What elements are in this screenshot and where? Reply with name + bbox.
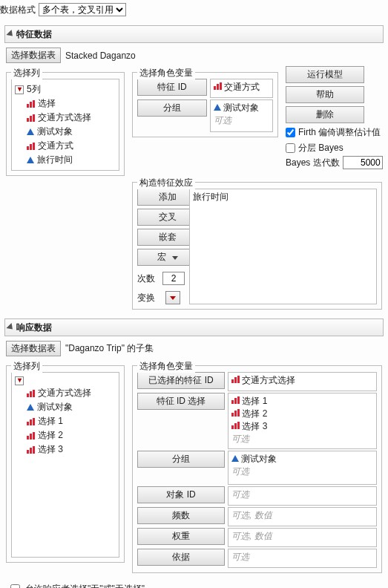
firth-checkbox[interactable]: [286, 128, 295, 137]
feature-id-button[interactable]: 特征 ID: [137, 79, 207, 96]
bars-icon: [27, 432, 35, 440]
run-model-button[interactable]: 运行模型: [286, 66, 364, 83]
triangle-icon: [231, 455, 239, 462]
feature-select-cols-frame: 选择列 ▾ 5列 选择交通方式选择测试对象交通方式旅行时间: [6, 72, 125, 176]
list-item[interactable]: 交通方式选择: [15, 386, 116, 400]
triangle-icon: [214, 104, 221, 111]
feature-section-title: 特征数据: [16, 28, 52, 41]
feature-select-table-button[interactable]: 选择数据表: [6, 48, 61, 63]
feature-section-header[interactable]: 特征数据: [4, 25, 384, 43]
feature-actions: 运行模型 帮助 删除: [286, 66, 382, 123]
feature-id-choice-button[interactable]: 特征 ID 选择: [137, 393, 225, 410]
bars-icon: [214, 82, 222, 90]
feature-select-cols-legend: 选择列: [11, 67, 42, 79]
feature-id-choice-values[interactable]: 选择 1 选择 2 选择 3 可选: [228, 393, 377, 449]
bayes-iter-input[interactable]: [343, 156, 383, 169]
response-cols-header[interactable]: ▾: [15, 376, 116, 386]
feature-table-name: Stacked Daganzo: [65, 50, 136, 61]
list-item[interactable]: 选择 3: [15, 442, 116, 457]
data-format-label: 数据格式: [0, 4, 36, 16]
list-item[interactable]: 选择: [15, 97, 116, 111]
by-value[interactable]: 可选: [228, 549, 377, 568]
transform-dropdown[interactable]: [165, 291, 180, 304]
list-item[interactable]: 测试对象: [15, 400, 116, 414]
transform-label: 变换: [137, 292, 161, 304]
selected-feature-id-value[interactable]: 交通方式选择: [228, 372, 377, 391]
bars-icon: [231, 409, 240, 416]
triangle-icon: [27, 128, 34, 135]
list-item[interactable]: 选择 2: [15, 428, 116, 442]
bars-icon: [231, 376, 240, 383]
response-section-title: 响应数据: [16, 321, 52, 334]
weight-value[interactable]: 可选, 数值: [228, 528, 377, 547]
response-section: 响应数据 选择数据表 "Daganzo Trip" 的子集 选择列 ▾ 交通方式…: [4, 318, 384, 575]
response-group-value[interactable]: 测试对象 可选: [228, 451, 377, 485]
tree-toggle-icon[interactable]: ▾: [15, 85, 24, 94]
feature-group-button[interactable]: 分组: [137, 99, 207, 117]
data-format-select[interactable]: 多个表，交叉引用: [39, 3, 126, 16]
allow-none-checkbox[interactable]: [10, 584, 20, 588]
tree-toggle-icon[interactable]: ▾: [15, 376, 24, 385]
list-item[interactable]: 选择 1: [231, 395, 373, 408]
weight-button[interactable]: 权重: [137, 528, 225, 545]
count-label: 次数: [137, 272, 158, 285]
freq-value[interactable]: 可选, 数值: [228, 507, 377, 526]
object-id-button[interactable]: 对象 ID: [137, 486, 225, 503]
list-item[interactable]: 选择 2: [231, 408, 373, 420]
construct-effects-legend: 构造特征效应: [137, 177, 195, 189]
bars-icon: [27, 390, 35, 397]
bars-icon: [27, 114, 35, 122]
effects-list[interactable]: 旅行时间: [189, 189, 377, 304]
bars-icon: [231, 396, 240, 404]
feature-col-list[interactable]: ▾ 5列 选择交通方式选择测试对象交通方式旅行时间: [11, 79, 119, 171]
by-button[interactable]: 依据: [137, 549, 225, 566]
allow-none-row[interactable]: 允许响应者选择"无"或"无选择": [7, 582, 381, 588]
triangle-icon: [27, 404, 34, 411]
list-item[interactable]: 选择 3: [231, 420, 373, 433]
list-item[interactable]: 选择 1: [15, 414, 116, 428]
response-group-button[interactable]: 分组: [137, 451, 225, 468]
response-col-list[interactable]: ▾ 交通方式选择测试对象选择 1选择 2选择 3: [11, 372, 119, 558]
selected-feature-id-button[interactable]: 已选择的特征 ID: [137, 372, 225, 389]
data-format-row: 数据格式 多个表，交叉引用: [0, 0, 388, 21]
list-item[interactable]: 旅行时间: [15, 153, 116, 167]
firth-checkbox-row[interactable]: Firth 偏倚调整估计值: [286, 126, 382, 139]
bars-icon: [27, 446, 35, 454]
bars-icon: [27, 143, 35, 150]
bars-icon: [27, 418, 35, 425]
list-item[interactable]: 测试对象: [15, 125, 116, 139]
response-role-frame: 选择角色变量 已选择的特征 ID 交通方式选择 特征 ID 选择: [132, 365, 382, 573]
bars-icon: [231, 422, 240, 429]
list-item[interactable]: 交通方式选择: [15, 111, 116, 125]
bayes-checkbox-row[interactable]: 分层 Bayes: [286, 142, 382, 154]
feature-group-value[interactable]: 测试对象 可选: [210, 99, 273, 132]
bayes-iter-label: Bayes 迭代数: [286, 157, 340, 169]
response-select-cols-legend: 选择列: [11, 360, 42, 373]
help-button[interactable]: 帮助: [286, 86, 364, 103]
object-id-value[interactable]: 可选: [228, 486, 377, 506]
chevron-down-icon: [172, 256, 178, 260]
delete-button[interactable]: 删除: [286, 106, 364, 123]
feature-cols-header[interactable]: ▾ 5列: [15, 82, 116, 97]
feature-id-value[interactable]: 交通方式: [210, 79, 273, 98]
chevron-down-icon: [170, 296, 176, 300]
response-table-name: "Daganzo Trip" 的子集: [65, 342, 154, 355]
response-role-legend: 选择角色变量: [137, 360, 195, 373]
list-item[interactable]: 交通方式: [15, 139, 116, 153]
triangle-icon: [27, 157, 34, 163]
feature-role-frame: 选择角色变量 特征 ID 交通方式 分组: [132, 72, 278, 137]
response-select-cols-frame: 选择列 ▾ 交通方式选择测试对象选择 1选择 2选择 3: [6, 365, 125, 563]
bayes-checkbox[interactable]: [286, 143, 295, 153]
feature-role-legend: 选择角色变量: [137, 67, 195, 79]
freq-button[interactable]: 频数: [137, 507, 225, 524]
count-input[interactable]: [162, 272, 185, 285]
feature-section: 特征数据 选择数据表 Stacked Daganzo 选择列 ▾ 5列 选择交通…: [4, 25, 384, 311]
construct-effects-frame: 构造特征效应 添加 交叉 嵌套 宏 次数: [132, 182, 382, 310]
response-section-header[interactable]: 响应数据: [4, 318, 384, 336]
bars-icon: [27, 100, 35, 108]
response-select-table-button[interactable]: 选择数据表: [6, 341, 61, 356]
disclose-icon: [6, 30, 15, 39]
disclose-icon: [6, 323, 15, 332]
